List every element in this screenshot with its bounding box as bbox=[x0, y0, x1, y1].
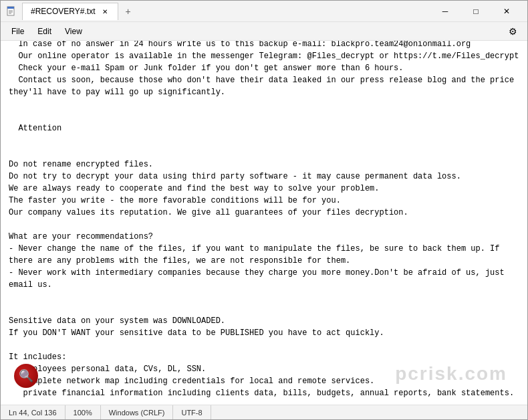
tab-close-button[interactable]: ✕ bbox=[100, 7, 110, 16]
text-editor[interactable]: Hello my dear friend (Do not scan the fi… bbox=[1, 41, 527, 405]
line-ending: Windows (CRLF) bbox=[101, 405, 174, 419]
active-tab[interactable]: #RECOVERY#.txt ✕ bbox=[22, 3, 118, 20]
svg-rect-1 bbox=[7, 7, 14, 9]
notepad-icon bbox=[6, 6, 17, 17]
tab-area: #RECOVERY#.txt ✕ + bbox=[22, 3, 136, 20]
view-menu[interactable]: View bbox=[59, 25, 88, 38]
status-bar: Ln 44, Col 136 100% Windows (CRLF) UTF-8 bbox=[1, 405, 527, 419]
content-area: Hello my dear friend (Do not scan the fi… bbox=[1, 41, 527, 405]
close-button[interactable]: ✕ bbox=[491, 1, 522, 22]
encoding: UTF-8 bbox=[173, 405, 211, 419]
cursor-position: Ln 44, Col 136 bbox=[6, 405, 65, 419]
zoom-level: 100% bbox=[65, 405, 101, 419]
settings-icon[interactable]: ⚙ bbox=[503, 22, 522, 41]
notepad-window: #RECOVERY#.txt ✕ + ─ □ ✕ File Edit View … bbox=[0, 0, 528, 420]
edit-menu[interactable]: Edit bbox=[32, 25, 57, 38]
tab-title: #RECOVERY#.txt bbox=[31, 7, 95, 16]
title-bar: #RECOVERY#.txt ✕ + ─ □ ✕ bbox=[1, 1, 527, 22]
maximize-button[interactable]: □ bbox=[460, 1, 491, 22]
menu-bar: File Edit View ⚙ bbox=[1, 22, 527, 41]
window-controls: ─ □ ✕ bbox=[430, 1, 522, 22]
minimize-button[interactable]: ─ bbox=[430, 1, 460, 22]
title-bar-left: #RECOVERY#.txt ✕ + bbox=[6, 3, 430, 20]
file-menu[interactable]: File bbox=[6, 25, 29, 38]
new-tab-button[interactable]: + bbox=[120, 3, 136, 19]
menu-bar-right: ⚙ bbox=[503, 22, 522, 41]
